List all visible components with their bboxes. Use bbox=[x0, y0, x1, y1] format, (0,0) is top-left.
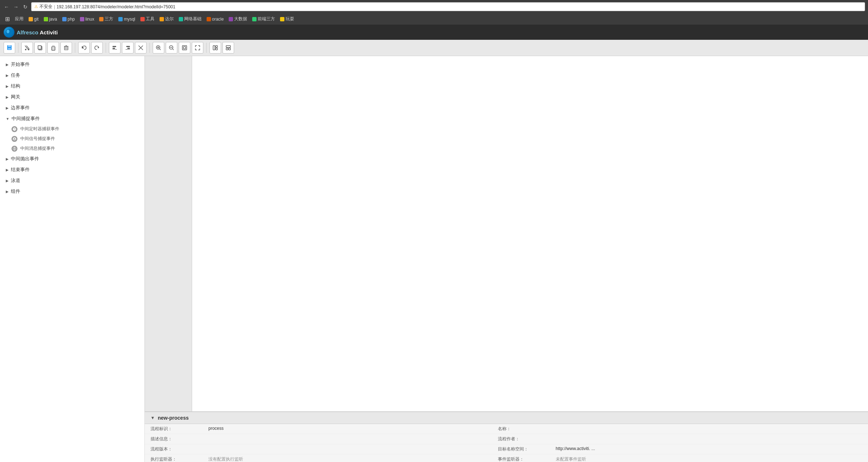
app-title-alfresco: Alfresco bbox=[17, 29, 38, 35]
bookmark-git[interactable]: git bbox=[26, 16, 41, 22]
sidebar-item-boundary-event[interactable]: ▶ 边界事件 bbox=[0, 102, 144, 113]
bookmark-git-label: git bbox=[34, 17, 39, 22]
bookmark-bigdata[interactable]: 大数据 bbox=[226, 15, 249, 23]
app-logo: Alfresco Activiti bbox=[4, 27, 58, 38]
svg-rect-12 bbox=[52, 47, 55, 50]
bookmark-network[interactable]: 网络基础 bbox=[177, 15, 204, 23]
canvas-main[interactable] bbox=[145, 56, 868, 411]
layout2-button[interactable] bbox=[223, 42, 234, 54]
bookmark-network-icon bbox=[179, 17, 183, 21]
bookmark-network-label: 网络基础 bbox=[184, 16, 202, 22]
sidebar-item-intermediate-throw[interactable]: ▶ 中间抛出事件 bbox=[0, 153, 144, 164]
toolbar-separator-4 bbox=[149, 43, 150, 53]
apps-grid-icon[interactable]: ⊞ bbox=[3, 15, 12, 23]
bookmark-java-label: java bbox=[49, 17, 57, 22]
prop-label-version: 流程版本： bbox=[145, 444, 203, 454]
sidebar-item-component-label: 组件 bbox=[11, 188, 20, 195]
paste-button[interactable] bbox=[47, 42, 59, 54]
redo-button[interactable] bbox=[91, 42, 103, 54]
svg-line-6 bbox=[25, 46, 28, 49]
bookmark-frontend[interactable]: 前端三方 bbox=[250, 15, 277, 23]
delete-button[interactable] bbox=[60, 42, 72, 54]
copy-button[interactable] bbox=[34, 42, 46, 54]
svg-rect-5 bbox=[8, 48, 11, 50]
sidebar-item-gateway-label: 网关 bbox=[11, 94, 20, 100]
prop-value-version bbox=[203, 444, 492, 454]
undo-button[interactable] bbox=[78, 42, 90, 54]
bookmark-sanfang[interactable]: 三方 bbox=[97, 15, 115, 23]
svg-rect-16 bbox=[65, 45, 67, 46]
process-name-label: new-process bbox=[158, 415, 189, 421]
svg-rect-35 bbox=[183, 47, 186, 49]
connect-button[interactable] bbox=[135, 42, 147, 54]
sidebar-item-intermediate-catch[interactable]: ▼ 中间捕捉事件 bbox=[0, 113, 144, 124]
toolbar bbox=[0, 40, 868, 56]
svg-rect-4 bbox=[8, 45, 11, 47]
bookmarks-bar: ⊞ 应用 git java php linux 三方 mysql bbox=[0, 13, 868, 25]
sidebar-item-structure[interactable]: ▶ 结构 bbox=[0, 81, 144, 92]
forward-button[interactable]: → bbox=[12, 3, 20, 10]
bookmark-apps[interactable]: 应用 bbox=[13, 15, 26, 23]
save-button[interactable] bbox=[4, 42, 15, 54]
svg-rect-40 bbox=[226, 48, 228, 50]
cut-button[interactable] bbox=[21, 42, 33, 54]
process-header[interactable]: ▼ new-process bbox=[145, 412, 868, 424]
address-bar[interactable]: ⚠ 不安全 | 192.168.197.128:8074/modeler/mod… bbox=[31, 2, 865, 11]
bookmark-linux[interactable]: linux bbox=[78, 16, 97, 22]
prop-label-author: 流程作者： bbox=[492, 434, 550, 444]
table-row: 描述信息： 流程作者： bbox=[145, 434, 868, 444]
bookmark-oracle-icon bbox=[207, 17, 211, 21]
bookmark-bigdata-icon bbox=[229, 17, 233, 21]
svg-marker-20 bbox=[97, 47, 99, 48]
address-separator: | bbox=[54, 4, 55, 9]
bookmark-frontend-icon bbox=[252, 17, 257, 21]
svg-rect-13 bbox=[52, 46, 55, 47]
bookmark-dale[interactable]: 达尔 bbox=[157, 15, 176, 23]
zoom-in-button[interactable] bbox=[153, 42, 164, 54]
app-title: Alfresco Activiti bbox=[17, 29, 58, 35]
properties-table: 流程标识： process 名称： 描述信息： 流程作者： 流程版本： bbox=[145, 424, 868, 462]
prop-value-exec-listener: 没有配置执行监听 bbox=[203, 454, 492, 462]
sidebar-sub-item-intermediate-message[interactable]: 中间消息捕捉事件 bbox=[0, 144, 144, 153]
zoom-fit-button[interactable] bbox=[179, 42, 190, 54]
svg-rect-24 bbox=[126, 46, 130, 47]
align-right-button[interactable] bbox=[122, 42, 134, 54]
align-left-button[interactable] bbox=[109, 42, 120, 54]
bookmark-sanfang-icon bbox=[99, 17, 103, 21]
prop-label-process-id: 流程标识： bbox=[145, 424, 203, 434]
sidebar-item-gateway[interactable]: ▶ 网关 bbox=[0, 92, 144, 102]
bookmark-play[interactable]: 玩耍 bbox=[278, 15, 296, 23]
sidebar-item-structure-label: 结构 bbox=[11, 83, 20, 89]
sidebar: ▶ 开始事件 ▶ 任务 ▶ 结构 ▶ 网关 ▶ 边界事件 ▼ 中间捕捉事件 中间 bbox=[0, 56, 145, 462]
svg-rect-39 bbox=[226, 46, 230, 47]
bookmark-bigdata-label: 大数据 bbox=[234, 16, 247, 22]
bookmark-oracle-label: oracle bbox=[212, 17, 224, 22]
refresh-button[interactable]: ↻ bbox=[22, 3, 29, 10]
svg-rect-23 bbox=[113, 49, 117, 50]
bookmark-tools[interactable]: 工具 bbox=[138, 15, 157, 23]
browser-nav: ← → ↻ ⚠ 不安全 | 192.168.197.128:8074/model… bbox=[0, 0, 868, 13]
chevron-right-icon: ▶ bbox=[6, 84, 9, 88]
sidebar-item-start-event[interactable]: ▶ 开始事件 bbox=[0, 59, 144, 70]
bookmark-mysql[interactable]: mysql bbox=[116, 16, 137, 22]
zoom-actual-button[interactable] bbox=[192, 42, 203, 54]
sidebar-item-component[interactable]: ▶ 组件 bbox=[0, 186, 144, 197]
sidebar-item-lane[interactable]: ▶ 泳道 bbox=[0, 175, 144, 186]
bookmark-java[interactable]: java bbox=[42, 16, 59, 22]
bookmark-oracle[interactable]: oracle bbox=[204, 16, 226, 22]
sidebar-item-task[interactable]: ▶ 任务 bbox=[0, 70, 144, 81]
sidebar-sub-item-intermediate-timer[interactable]: 中间定时器捕获事件 bbox=[0, 124, 144, 134]
back-button[interactable]: ← bbox=[3, 3, 10, 10]
security-icon: ⚠ bbox=[34, 4, 38, 9]
svg-rect-41 bbox=[229, 48, 230, 50]
bookmark-php[interactable]: php bbox=[60, 16, 77, 22]
table-row: 流程版本： 目标名称空间： http://www.activiti. ... bbox=[145, 444, 868, 454]
sidebar-sub-item-intermediate-signal[interactable]: 中间信号捕捉事件 bbox=[0, 134, 144, 144]
svg-rect-26 bbox=[126, 49, 130, 50]
canvas-drawing-area[interactable] bbox=[192, 56, 868, 411]
zoom-out-button[interactable] bbox=[166, 42, 177, 54]
prop-value-process-id: process bbox=[203, 424, 492, 434]
toolbar-separator-2 bbox=[75, 43, 75, 53]
sidebar-item-end-event[interactable]: ▶ 结束事件 bbox=[0, 164, 144, 175]
layout1-button[interactable] bbox=[209, 42, 221, 54]
